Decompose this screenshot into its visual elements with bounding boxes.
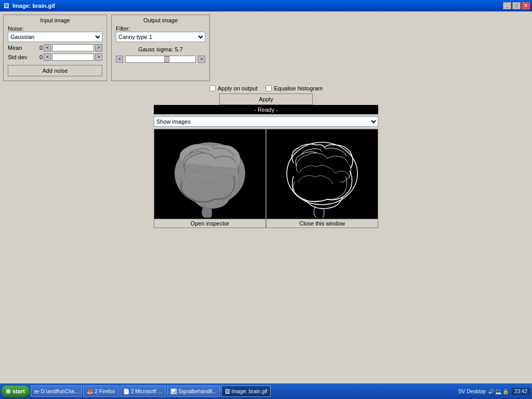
close-button[interactable]: ✕: [522, 2, 530, 9]
taskbar-item-label-3: 📊 Signalbehandli...: [170, 389, 217, 394]
apply-on-output-checkbox[interactable]: [209, 85, 216, 91]
equalise-histogram-checkbox[interactable]: [265, 85, 272, 91]
status-bar: - Ready -: [154, 105, 378, 114]
taskbar-item-label-2: 📄 2 Microsoft ...: [123, 389, 162, 394]
taskbar-item-0[interactable]: 🗁 D:\andfha\Cha...: [31, 385, 83, 397]
output-image-box: Close this window: [266, 129, 378, 228]
top-panels: Input image Noise: Gaussian Salt & peppe…: [3, 15, 529, 81]
taskbar-item-label-0: 🗁 D:\andfha\Cha...: [34, 389, 79, 394]
noise-label: Noise:: [8, 25, 102, 32]
clock: 23:42: [511, 387, 531, 396]
mean-row: Mean 0 < >: [8, 44, 102, 51]
start-icon: ⊞: [6, 388, 10, 395]
images-area: Open inspector: [154, 129, 378, 228]
input-image-title: Input image: [8, 17, 102, 23]
output-image-panel: Output image Filter: Canny type 1 Canny …: [111, 15, 210, 81]
input-image-panel: Input image Noise: Gaussian Salt & peppe…: [3, 15, 107, 81]
sigma-label: Gauss sigma: 5.7: [116, 46, 205, 52]
tray-text: SV Desktop: [458, 389, 486, 394]
filter-select[interactable]: Canny type 1 Canny type 2 Sobel Laplacia…: [116, 32, 205, 42]
minimize-button[interactable]: _: [503, 2, 511, 9]
taskbar-item-3[interactable]: 📊 Signalbehandli...: [167, 385, 220, 397]
close-window-button[interactable]: Close this window: [267, 219, 378, 228]
tray-icons: 🔊 💻 🔒: [488, 389, 509, 394]
taskbar-item-4[interactable]: 🖼 Image: brain.gif: [221, 385, 271, 397]
mean-label: Mean: [8, 45, 31, 51]
stddev-value: 0: [32, 54, 43, 60]
stddev-right-button[interactable]: >: [95, 54, 102, 61]
show-images-row: Show images Show input only Show output …: [154, 116, 378, 127]
equalise-histogram-item: Equalise histogram: [265, 85, 323, 91]
maximize-button[interactable]: □: [512, 2, 521, 9]
mean-right-button[interactable]: >: [95, 44, 102, 51]
apply-button[interactable]: Apply: [219, 94, 313, 105]
sigma-row: < >: [116, 56, 205, 63]
taskbar-items: 🗁 D:\andfha\Cha... 🦊 2 Firefox 📄 2 Micro…: [31, 385, 457, 397]
checkbox-row: Apply on output Equalise histogram: [209, 85, 323, 91]
stddev-row: Std dev 0 < >: [8, 54, 102, 61]
filter-label: Filter:: [116, 25, 205, 32]
tray-icon-3: 🔒: [502, 389, 509, 394]
window-title: Image: brain.gif: [12, 3, 503, 9]
taskbar-item-1[interactable]: 🦊 2 Firefox: [83, 385, 118, 397]
mean-left-button[interactable]: <: [44, 44, 51, 51]
title-bar: 🖼 Image: brain.gif _ □ ✕: [0, 0, 532, 11]
noise-select[interactable]: Gaussian Salt & pepper None: [8, 32, 102, 42]
status-text: - Ready -: [254, 107, 277, 113]
apply-on-output-label: Apply on output: [218, 85, 257, 91]
output-brain-image: [267, 129, 378, 218]
sigma-left-button[interactable]: <: [116, 56, 123, 63]
title-bar-buttons: _ □ ✕: [503, 2, 530, 9]
taskbar-right: SV Desktop 🔊 💻 🔒 23:42: [458, 387, 531, 396]
tray-icon-1: 🔊: [488, 389, 494, 394]
taskbar-item-label-1: 🦊 2 Firefox: [87, 389, 115, 394]
window-icon: 🖼: [2, 2, 10, 10]
sigma-right-button[interactable]: >: [198, 56, 205, 63]
taskbar-item-label-4: 🖼 Image: brain.gif: [225, 389, 268, 394]
open-inspector-button[interactable]: Open inspector: [154, 219, 265, 228]
taskbar: ⊞ start 🗁 D:\andfha\Cha... 🦊 2 Firefox 📄…: [0, 383, 532, 399]
center-area: Apply on output Equalise histogram Apply…: [3, 85, 529, 228]
stddev-left-button[interactable]: <: [44, 54, 51, 61]
equalise-histogram-label: Equalise histogram: [274, 85, 323, 91]
output-image-title: Output image: [116, 17, 205, 23]
start-button[interactable]: ⊞ start: [1, 385, 30, 397]
apply-on-output-item: Apply on output: [209, 85, 257, 91]
mean-value: 0: [32, 45, 43, 51]
window-body: Input image Noise: Gaussian Salt & peppe…: [0, 11, 532, 383]
input-brain-image: [154, 129, 265, 218]
stddev-label: Std dev: [8, 54, 31, 60]
show-images-select[interactable]: Show images Show input only Show output …: [154, 116, 378, 127]
tray-icon-2: 💻: [495, 389, 501, 394]
add-noise-button[interactable]: Add noise: [8, 65, 102, 76]
start-label: start: [12, 388, 25, 394]
taskbar-item-2[interactable]: 📄 2 Microsoft ...: [119, 385, 166, 397]
input-image-box: Open inspector: [154, 129, 266, 228]
